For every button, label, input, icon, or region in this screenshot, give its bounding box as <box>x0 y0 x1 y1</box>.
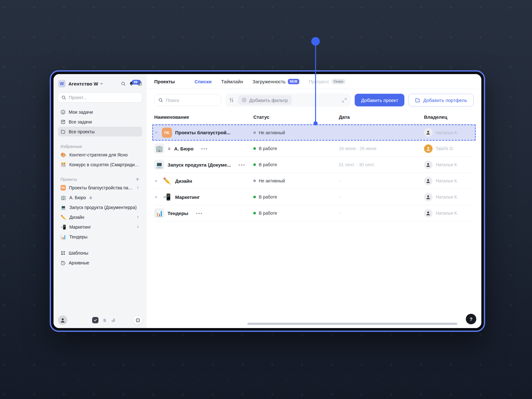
lock-icon <box>89 196 92 200</box>
table-row[interactable]: 💻Запуск продукта (Докуме...•••В работе01… <box>154 157 474 173</box>
docs-icon[interactable] <box>102 318 107 323</box>
user-avatar[interactable] <box>58 315 67 325</box>
analytics-pie-icon[interactable] <box>111 318 116 323</box>
plus-decor: + <box>32 124 36 130</box>
dot-decor <box>227 52 228 53</box>
sidebar-item-history[interactable]: Архивные <box>58 258 142 268</box>
row-menu-dots[interactable]: ••• <box>196 211 203 216</box>
sidebar-item-folder[interactable]: Все проекты <box>58 127 142 136</box>
project-initials-avatar: ПБ <box>162 128 172 138</box>
add-project-plus-icon[interactable] <box>135 177 140 181</box>
sidebar-project-item[interactable]: ПБПроекты благоустройства парков <box>58 183 142 193</box>
owner-avatar <box>424 193 433 201</box>
dot-decor <box>108 379 109 380</box>
dot-decor <box>495 231 496 231</box>
status-cell: В работе <box>253 194 339 200</box>
projects-table: НаименованиеСтатусДатаВладелец ПБПроекты… <box>147 107 481 328</box>
dot-decor <box>466 52 466 53</box>
add-portfolio-button[interactable]: Добавить портфель <box>408 94 474 106</box>
sidebar-item-templates[interactable]: Шаблоны <box>58 248 142 258</box>
project-label: Конкурс в соцсетях (Смартридинг) <box>69 162 140 167</box>
search-icon[interactable] <box>121 81 126 86</box>
plus-decor: + <box>241 391 244 398</box>
tab-3[interactable]: ЗагруженностьNEW <box>253 79 299 84</box>
dot-decor <box>19 320 20 321</box>
filter-bar: Добавить фильтр <box>225 93 351 107</box>
sidebar-project-item[interactable]: 🏢А. Бюро <box>58 193 142 202</box>
row-menu-dots[interactable]: ••• <box>201 146 208 151</box>
dot-decor <box>346 350 347 351</box>
plus-decor: + <box>181 332 185 338</box>
chevron-right-icon[interactable] <box>136 186 140 189</box>
chevron-right-icon[interactable] <box>136 225 140 229</box>
tab-bar: Проекты СпискиТаймлайнЗагруженностьNEWПр… <box>147 74 481 89</box>
plus-decor: + <box>3 391 6 398</box>
workspace-switcher[interactable]: W Агентство W 99+ <box>58 79 142 88</box>
help-button[interactable]: ? <box>466 314 476 324</box>
status-dot <box>253 163 256 166</box>
plus-decor: + <box>330 4 334 11</box>
row-menu-dots[interactable]: ••• <box>238 162 245 168</box>
table-row[interactable]: 📊Тендеры•••В работе-Наталья К. <box>154 205 474 221</box>
plus-decor: + <box>62 34 66 41</box>
dot-decor <box>19 111 20 112</box>
sliders-icon[interactable] <box>229 97 234 103</box>
table-row[interactable]: ✏️ДизайнНе активный-Наталья К. <box>154 173 474 189</box>
table-search-input[interactable]: Поиск <box>154 94 221 106</box>
sidebar-project-item[interactable]: 📲Маркетинг <box>58 222 142 232</box>
tasks-check-icon[interactable] <box>92 317 98 323</box>
apps-grid-icon[interactable] <box>133 316 142 325</box>
horizontal-scrollbar[interactable] <box>247 323 457 325</box>
expand-row-icon[interactable] <box>154 131 159 134</box>
table-row[interactable]: ПБПроекты благоустрой...Не активный-Ната… <box>152 124 476 141</box>
table-row[interactable]: 📲МаркетингВ работе-Наталья К. <box>154 189 474 205</box>
dot-decor <box>376 22 377 23</box>
plus-decor: + <box>300 64 304 70</box>
plus-decor: + <box>241 332 244 338</box>
status-cell: Не активный <box>253 178 339 183</box>
add-filter-button[interactable]: Добавить фильтр <box>238 95 292 105</box>
column-header: Статус <box>253 114 339 120</box>
main-content: Проекты СпискиТаймлайнЗагруженностьNEWПр… <box>147 74 481 328</box>
owner-avatar <box>424 177 433 185</box>
tab-1[interactable]: Списки <box>194 79 212 84</box>
plus-decor: + <box>122 391 125 398</box>
expand-row-icon[interactable] <box>154 195 159 199</box>
sidebar-project-item[interactable]: 🎨Контент-стратегия для Ясно <box>58 150 142 160</box>
expand-icon[interactable] <box>342 98 347 103</box>
plus-decor: + <box>3 4 6 11</box>
sidebar-item-note[interactable]: Все задачи <box>58 117 142 127</box>
bell-icon[interactable]: 99+ <box>129 81 134 86</box>
add-project-button[interactable]: Добавить проект <box>355 94 404 106</box>
status-dot <box>253 180 256 182</box>
sidebar-project-item[interactable]: 💻Запуск продукта (Документерра) <box>58 202 142 212</box>
plus-decor: + <box>181 362 185 368</box>
dot-decor <box>406 379 407 380</box>
plus-decor: + <box>62 391 66 398</box>
table-search-placeholder: Поиск <box>166 98 179 103</box>
expand-row-icon[interactable] <box>154 179 159 183</box>
workspace-logo: W <box>58 80 66 87</box>
dot-decor <box>525 320 526 321</box>
tab-2[interactable]: Таймлайн <box>221 79 243 84</box>
sidebar-item-smiley[interactable]: Мои задачи <box>58 107 142 117</box>
dot-decor <box>138 379 139 380</box>
table-row[interactable]: 🏢А. Бюро•••В работе16 июня - 26 июняTaii… <box>154 141 474 157</box>
dot-decor <box>79 379 79 380</box>
sidebar-project-item[interactable]: 📊Тендеры <box>58 232 142 242</box>
dot-decor <box>19 379 20 380</box>
status-dot <box>253 196 256 198</box>
collapse-sidebar-icon[interactable] <box>137 81 142 86</box>
plus-decor: + <box>241 64 244 70</box>
sidebar-project-item[interactable]: 🎊Конкурс в соцсетях (Смартридинг) <box>58 160 142 169</box>
plus-decor: + <box>241 4 244 11</box>
sidebar-search-input[interactable]: Проект... <box>58 92 142 103</box>
dot-decor <box>317 379 318 380</box>
dot-decor <box>49 379 50 380</box>
folder-icon <box>415 98 420 103</box>
chevron-right-icon[interactable] <box>136 215 140 219</box>
plus-decor: + <box>509 243 512 249</box>
sidebar-project-item[interactable]: ✏️Дизайн <box>58 212 142 222</box>
tab-4[interactable]: ПрогрессСкоро <box>309 79 345 84</box>
status-label: В работе <box>259 146 277 151</box>
